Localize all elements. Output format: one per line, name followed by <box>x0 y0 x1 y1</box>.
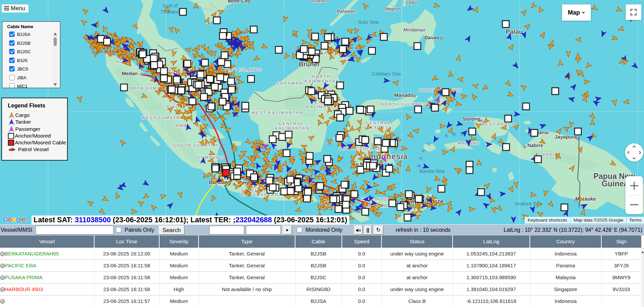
svg-text:B A N D A A R C: B A N D A A R C <box>416 131 466 168</box>
svg-text:SARAWAK: SARAWAK <box>276 81 303 86</box>
svg-text:Celebes Sea: Celebes Sea <box>372 71 401 77</box>
svg-text:WEST SUMATRA: WEST SUMATRA <box>141 115 184 120</box>
svg-text:SOUTH SULAWESI: SOUTH SULAWESI <box>339 146 387 151</box>
svg-text:CENTRAL: CENTRAL <box>366 120 391 125</box>
svg-text:NORTH: NORTH <box>312 74 331 79</box>
svg-text:Sulu Sea: Sulu Sea <box>358 19 379 25</box>
svg-text:Merauke: Merauke <box>576 196 596 202</box>
svg-text:KALIMANTAN: KALIMANTAN <box>305 79 339 84</box>
svg-text:Davao: Davao <box>424 35 439 40</box>
svg-text:KALIMANTAN: KALIMANTAN <box>275 126 310 131</box>
svg-text:Jayapura: Jayapura <box>555 134 577 140</box>
svg-text:Mindanao: Mindanao <box>403 27 425 33</box>
svg-text:JAMBI: JAMBI <box>172 123 189 128</box>
svg-text:Banda Sea: Banda Sea <box>419 168 445 174</box>
svg-text:Cebu: Cebu <box>406 0 417 5</box>
svg-text:Negros: Negros <box>385 6 401 12</box>
svg-text:Guinea: Guinea <box>602 179 628 188</box>
svg-text:Manado: Manado <box>394 92 414 98</box>
svg-text:Palawan: Palawan <box>337 8 356 14</box>
svg-text:Palau: Palau <box>506 28 523 35</box>
svg-text:Minh City: Minh City <box>228 0 251 4</box>
svg-text:Sorong: Sorong <box>463 116 481 122</box>
svg-text:WEST KALIMANTAN: WEST KALIMANTAN <box>251 110 303 115</box>
svg-text:Nabire: Nabire <box>527 142 543 148</box>
svg-text:Medan: Medan <box>122 70 138 76</box>
svg-text:CENTRAL: CENTRAL <box>279 121 304 126</box>
svg-text:LAMPUNG: LAMPUNG <box>198 155 224 160</box>
svg-text:Gulf of: Gulf of <box>163 3 178 8</box>
svg-text:Thailand: Thailand <box>160 9 180 15</box>
svg-text:Islands: Islands <box>312 0 328 3</box>
